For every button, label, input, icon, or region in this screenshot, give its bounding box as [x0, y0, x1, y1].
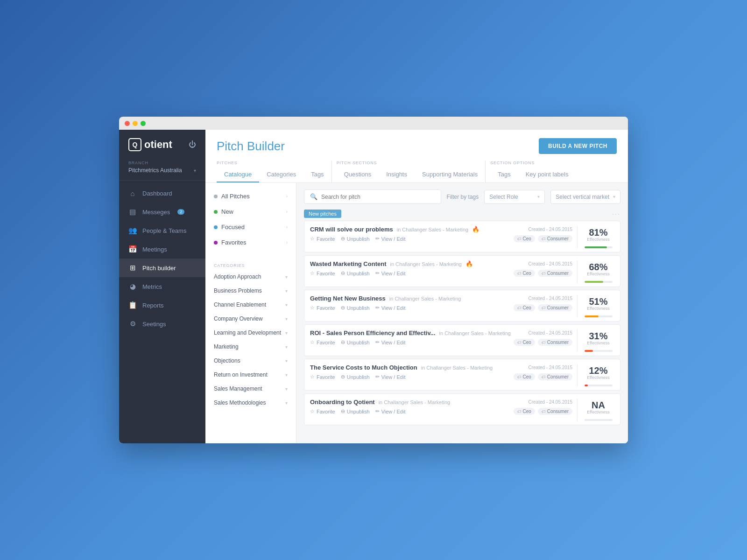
unpublish-button[interactable]: ⊖ Unpublish	[341, 408, 370, 414]
sidebar-item-label: Metrics	[142, 283, 162, 290]
view-edit-button[interactable]: ✏ View / Edit	[375, 305, 406, 311]
category-item[interactable]: Company Overview ▾	[205, 312, 296, 326]
sidebar-item-reports[interactable]: 📋 Reports	[119, 296, 205, 315]
tab-questions[interactable]: Questions	[337, 167, 379, 182]
tab-insights[interactable]: Insights	[379, 167, 415, 182]
sections-tabs-label: PITCH SECTIONS	[337, 161, 486, 165]
unpublish-icon: ⊖	[341, 236, 345, 242]
view-edit-label: View / Edit	[381, 305, 406, 311]
view-edit-button[interactable]: ✏ View / Edit	[375, 339, 406, 345]
category-item[interactable]: Marketing ▾	[205, 340, 296, 354]
sidebar-item-people[interactable]: 👥 People & Teams	[119, 221, 205, 240]
meetings-icon: 📅	[128, 245, 137, 253]
sidebar-item-metrics[interactable]: ◕ Metrics	[119, 277, 205, 296]
category-item[interactable]: Objections ▾	[205, 354, 296, 368]
close-dot[interactable]	[125, 121, 130, 126]
category-chevron-icon: ▾	[285, 386, 288, 392]
unpublish-button[interactable]: ⊖ Unpublish	[341, 339, 370, 345]
pitch-tags: 🏷Ceo🏷Consumer	[514, 235, 573, 242]
sidebar-item-messages[interactable]: ▤ Messeges2	[119, 203, 205, 221]
edit-icon: ✏	[375, 305, 380, 311]
people-icon: 👥	[128, 226, 137, 235]
pitch-tags: 🏷Ceo🏷Consumer	[514, 339, 573, 346]
category-chevron-icon: ▾	[285, 330, 288, 336]
unpublish-icon: ⊖	[341, 339, 345, 345]
category-label: Marketing	[214, 343, 239, 350]
left-panel: All Pitches › New › Fo	[205, 183, 296, 443]
category-item[interactable]: Business Problems ▾	[205, 284, 296, 298]
view-edit-button[interactable]: ✏ View / Edit	[375, 236, 406, 242]
category-item[interactable]: Sales Methodologies ▾	[205, 396, 296, 410]
filter-favorites-chevron-icon: ›	[286, 240, 288, 245]
unpublish-label: Unpublish	[347, 340, 370, 345]
favorite-label: Favorite	[317, 340, 335, 345]
options-tabs-row: Tags Key point labels	[490, 167, 576, 182]
filter-focused[interactable]: Focused ›	[205, 219, 296, 235]
unpublish-button[interactable]: ⊖ Unpublish	[341, 236, 370, 242]
maximize-dot[interactable]	[141, 121, 146, 126]
tab-catalogue[interactable]: Catalogue	[217, 167, 259, 182]
sidebar-item-settings[interactable]: ⚙ Seetings	[119, 315, 205, 333]
power-icon[interactable]: ⏻	[189, 140, 196, 149]
tab-supporting[interactable]: Supporting Materials	[415, 167, 485, 182]
sidebar-item-label: People & Teams	[142, 227, 186, 234]
favorite-button[interactable]: ☆ Favorite	[310, 339, 335, 345]
filter-favorites[interactable]: Favorites ›	[205, 235, 296, 250]
build-pitch-button[interactable]: BUILD A NEW PITCH	[539, 138, 617, 154]
unpublish-button[interactable]: ⊖ Unpublish	[341, 270, 370, 276]
group-header: New pitches ···	[304, 210, 620, 218]
effectiveness-col: 68% Effectivness	[577, 260, 614, 283]
effectiveness-bar	[585, 246, 613, 248]
logo-icon: Q	[128, 138, 141, 151]
favorite-button[interactable]: ☆ Favorite	[310, 270, 335, 276]
category-label: Return on Investment	[214, 371, 268, 378]
filter-new[interactable]: New ›	[205, 204, 296, 219]
favorite-button[interactable]: ☆ Favorite	[310, 305, 335, 311]
sidebar-item-dashboard[interactable]: ⌂ Dashboard	[119, 184, 205, 203]
minimize-dot[interactable]	[133, 121, 138, 126]
dashboard-icon: ⌂	[128, 189, 137, 197]
category-item[interactable]: Adoption Approach ▾	[205, 270, 296, 284]
search-input[interactable]	[321, 194, 435, 200]
select-role-dropdown[interactable]: Select Role ▾	[484, 190, 545, 204]
view-edit-button[interactable]: ✏ View / Edit	[375, 408, 406, 414]
category-item[interactable]: Channel Enablement ▾	[205, 298, 296, 312]
filter-all-pitches[interactable]: All Pitches ›	[205, 189, 296, 204]
tab-tags[interactable]: Tags	[303, 167, 331, 182]
tab-keypoint-labels[interactable]: Key point labels	[518, 167, 576, 182]
category-chevron-icon: ▾	[285, 288, 288, 294]
edit-icon: ✏	[375, 339, 380, 345]
view-edit-button[interactable]: ✏ View / Edit	[375, 270, 406, 276]
tab-section-tags[interactable]: Tags	[490, 167, 518, 182]
unpublish-button[interactable]: ⊖ Unpublish	[341, 305, 370, 311]
filter-dot	[214, 195, 218, 198]
pitch-title-row: ROI - Sales Person Efficiency and Effect…	[310, 329, 572, 336]
favorite-button[interactable]: ☆ Favorite	[310, 374, 335, 380]
page-title: Pitch Builder	[217, 139, 285, 154]
effectiveness-bar	[585, 385, 613, 386]
favorite-button[interactable]: ☆ Favorite	[310, 408, 335, 414]
select-vertical-dropdown[interactable]: Select vertical market ▾	[550, 190, 620, 204]
branch-name[interactable]: Pitchmetrics Australia ▾	[128, 167, 196, 174]
tab-categories[interactable]: Categories	[259, 167, 303, 182]
sidebar-item-meetings[interactable]: 📅 Meetings	[119, 240, 205, 259]
favorite-label: Favorite	[317, 305, 335, 311]
category-item[interactable]: Return on Investment ▾	[205, 368, 296, 382]
unpublish-label: Unpublish	[347, 374, 370, 380]
category-item[interactable]: Learning and Development ▾	[205, 326, 296, 340]
pitch-title-row: Wasted Marketing Content in Challanger S…	[310, 260, 572, 267]
pitch-actions: ☆ Favorite ⊖ Unpublish ✏ View / Edit 🏷Ce…	[310, 408, 572, 415]
sidebar-item-pitch-builder[interactable]: ⊞ Pitch builder	[119, 259, 205, 277]
effectiveness-label: Effectivness	[587, 272, 609, 276]
group-menu-icon[interactable]: ···	[612, 210, 620, 217]
pitch-actions: ☆ Favorite ⊖ Unpublish ✏ View / Edit 🏷Ce…	[310, 235, 572, 242]
sidebar-item-label: Dashboard	[142, 190, 172, 197]
unpublish-button[interactable]: ⊖ Unpublish	[341, 374, 370, 380]
pitch-card: Getting Net New Business in Challanger S…	[304, 290, 620, 322]
category-item[interactable]: Sales Management ▾	[205, 382, 296, 396]
effectiveness-bar	[585, 419, 613, 421]
view-edit-button[interactable]: ✏ View / Edit	[375, 374, 406, 380]
effectiveness-value: NA	[592, 400, 605, 410]
category-chevron-icon: ▾	[285, 344, 288, 350]
favorite-button[interactable]: ☆ Favorite	[310, 236, 335, 242]
